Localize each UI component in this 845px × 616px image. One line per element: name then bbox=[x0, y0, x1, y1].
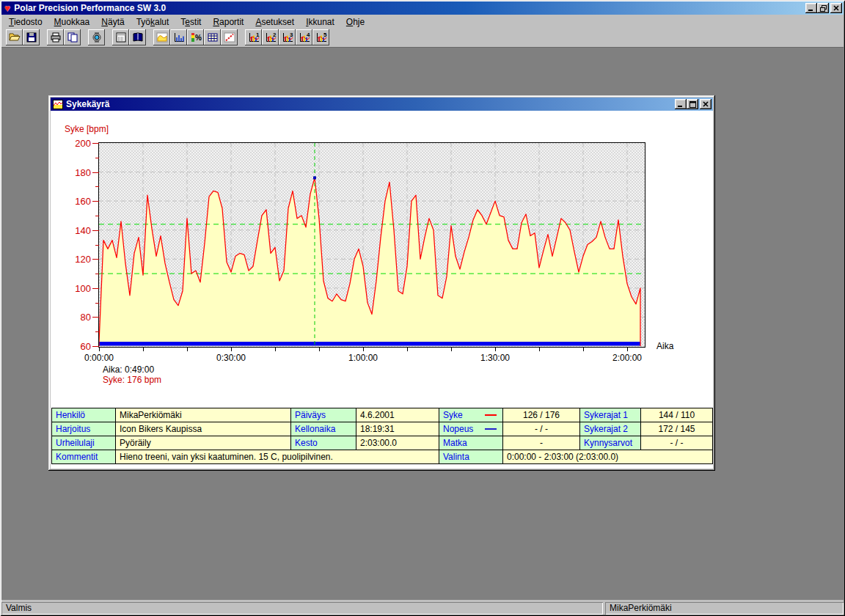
field-value-henkil: MikaPerkiömäki bbox=[116, 408, 290, 422]
field-value-sykerajat-2-text: 172 / 145 bbox=[658, 424, 695, 434]
app-title: Polar Precision Performance SW 3.0 bbox=[14, 3, 166, 13]
field-label-harjoitus: Harjoitus bbox=[52, 422, 115, 436]
y-axis-tick bbox=[95, 331, 99, 332]
x-axis-tick bbox=[275, 348, 276, 351]
field-label-sykerajat-2: Sykerajat 2 bbox=[580, 422, 640, 436]
field-value-kynnysarvot: - / - bbox=[641, 436, 712, 450]
data-grid-icon bbox=[207, 32, 219, 43]
menu-ty-kalut[interactable]: Työkalut bbox=[131, 15, 175, 29]
hr-chart-plot[interactable] bbox=[98, 142, 645, 348]
trend-view-button[interactable] bbox=[221, 29, 238, 45]
y-tick-label: 80 bbox=[60, 312, 91, 322]
menu-tiedosto[interactable]: Tiedosto bbox=[3, 15, 48, 29]
hr-monitor-button[interactable] bbox=[88, 29, 105, 45]
restore-icon bbox=[820, 5, 827, 12]
copy-button[interactable] bbox=[64, 29, 81, 45]
percent-view-button[interactable]: % bbox=[187, 29, 204, 45]
calendar-button[interactable] bbox=[112, 29, 129, 45]
view-1-button[interactable]: 1 bbox=[245, 29, 262, 45]
hr-curve-titlebar[interactable]: Sykekäyrä bbox=[51, 98, 713, 111]
view-3-button[interactable]: 3 bbox=[279, 29, 296, 45]
child-close-button[interactable] bbox=[700, 99, 712, 109]
app-close-button[interactable] bbox=[830, 3, 842, 13]
menu-n-yt[interactable]: Näytä bbox=[95, 15, 130, 29]
field-label-nopeus-text: Nopeus bbox=[443, 424, 473, 434]
field-label-syke-text: Syke bbox=[443, 410, 463, 420]
copy-icon bbox=[67, 32, 78, 43]
percent-chart-icon: % bbox=[190, 32, 202, 43]
view-2-button[interactable]: 2 bbox=[262, 29, 279, 45]
grid-view-button[interactable] bbox=[204, 29, 221, 45]
menu-raportit[interactable]: Raportit bbox=[207, 15, 249, 29]
child-maximize-button[interactable] bbox=[687, 99, 698, 109]
field-label-kynnysarvot: Kynnysarvot bbox=[580, 436, 640, 450]
field-label-harjoitus-text: Harjoitus bbox=[56, 424, 90, 434]
field-label-kellonaika: Kellonaika bbox=[291, 422, 356, 436]
y-axis-tick bbox=[95, 274, 99, 274]
folder-open-icon bbox=[9, 32, 21, 43]
legend-dash-nopeus-icon bbox=[485, 428, 497, 430]
field-label-kommentit: Kommentit bbox=[52, 450, 115, 463]
menu-ohje[interactable]: Ohje bbox=[340, 15, 370, 29]
field-label-syke: Syke bbox=[439, 408, 502, 422]
svg-text:4: 4 bbox=[307, 32, 310, 38]
field-label-urheilulaji-text: Urheilulaji bbox=[56, 438, 95, 448]
bar-view-button[interactable] bbox=[170, 29, 187, 45]
field-value-urheilulaji-text: Pyöräily bbox=[120, 438, 151, 448]
print-button[interactable] bbox=[47, 29, 64, 45]
curve-view-button[interactable] bbox=[153, 29, 170, 45]
menu-testit[interactable]: Testit bbox=[175, 15, 207, 29]
menu-asetukset[interactable]: Asetukset bbox=[249, 15, 300, 29]
chart-num-icon: 3 bbox=[282, 32, 293, 43]
field-value-kellonaika: 18:19:31 bbox=[356, 422, 439, 436]
field-label-p-iv-ys: Päiväys bbox=[291, 408, 356, 422]
menu-muokkaa[interactable]: Muokkaa bbox=[48, 15, 96, 29]
toolbar-group bbox=[47, 29, 81, 45]
view-5-button[interactable]: 5 bbox=[312, 29, 329, 45]
status-message: Valmis bbox=[1, 602, 603, 615]
y-axis-tick bbox=[92, 201, 99, 202]
close-icon bbox=[833, 5, 839, 11]
hr-curve-window-icon bbox=[53, 100, 63, 109]
x-tick-label: 2:00:00 bbox=[598, 353, 656, 363]
field-value-kesto: 2:03:00.0 bbox=[356, 436, 439, 450]
app-restore-button[interactable] bbox=[817, 3, 829, 13]
field-label-sykerajat-1: Sykerajat 1 bbox=[580, 408, 640, 422]
x-axis-tick bbox=[187, 348, 188, 351]
floppy-icon bbox=[26, 32, 37, 43]
y-axis-tick bbox=[92, 346, 99, 347]
field-value-valinta-text: 0:00:00 - 2:03:00 (2:03:00.0) bbox=[507, 452, 618, 462]
field-value-kesto-text: 2:03:00.0 bbox=[360, 438, 397, 448]
app-minimize-button[interactable] bbox=[805, 3, 817, 13]
x-axis-tick bbox=[539, 348, 540, 351]
field-value-nopeus: - / - bbox=[503, 422, 579, 436]
field-value-sykerajat-1-text: 144 / 110 bbox=[659, 410, 695, 420]
y-axis-tick bbox=[95, 245, 99, 246]
y-tick-label: 180 bbox=[60, 168, 91, 177]
hr-curve-chart bbox=[99, 143, 645, 347]
hr-curve-window: Sykekäyrä bbox=[48, 95, 715, 471]
field-label-henkil: Henkilö bbox=[52, 408, 115, 422]
field-label-sykerajat-2-text: Sykerajat 2 bbox=[584, 424, 628, 434]
status-bar: Valmis MikaPerkiömäki bbox=[1, 600, 844, 615]
application-window: ♥ Polar Precision Performance SW 3.0 Tie… bbox=[0, 0, 845, 616]
y-axis-tick bbox=[95, 303, 99, 304]
view-4-button[interactable]: 4 bbox=[296, 29, 312, 45]
x-axis-tick bbox=[495, 348, 496, 351]
field-label-sykerajat-1-text: Sykerajat 1 bbox=[584, 410, 628, 420]
field-label-matka: Matka bbox=[439, 436, 502, 450]
diary-button[interactable] bbox=[129, 29, 146, 45]
save-button[interactable] bbox=[23, 29, 40, 45]
open-button[interactable] bbox=[6, 29, 23, 45]
curve-chart-icon bbox=[156, 32, 168, 43]
minimize-icon bbox=[808, 6, 814, 11]
menu-ikkunat[interactable]: Ikkunat bbox=[300, 15, 340, 29]
field-label-kynnysarvot-text: Kynnysarvot bbox=[584, 438, 632, 448]
status-person: MikaPerkiömäki bbox=[605, 602, 844, 615]
svg-text:1: 1 bbox=[256, 32, 260, 38]
field-label-kesto-text: Kesto bbox=[295, 438, 318, 448]
child-minimize-button[interactable] bbox=[675, 99, 687, 109]
app-titlebar[interactable]: ♥ Polar Precision Performance SW 3.0 bbox=[1, 1, 844, 15]
toolbar-group: % bbox=[153, 29, 238, 45]
field-value-sykerajat-1: 144 / 110 bbox=[641, 408, 712, 422]
